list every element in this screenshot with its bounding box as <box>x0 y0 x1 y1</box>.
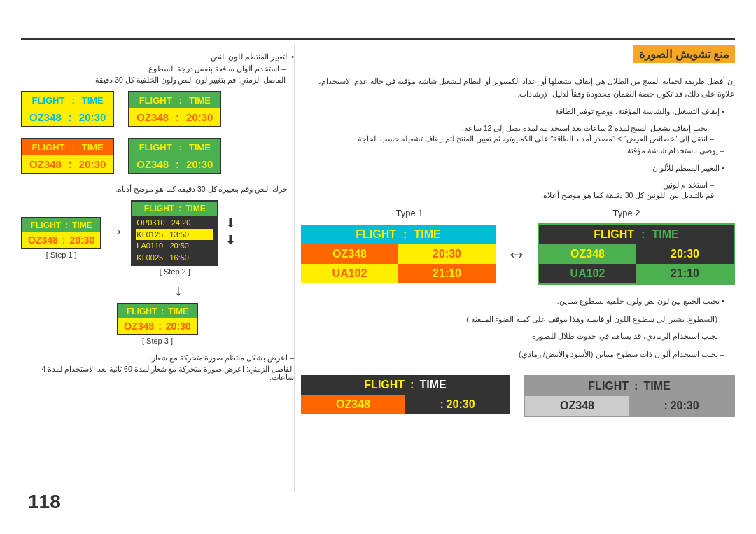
type2-row2-col2: 21:10 <box>636 264 734 283</box>
step3-header: FLIGHT : TIME <box>118 304 196 318</box>
widget-row2-a: FLIGHT : TIME OZ348 : 20:30 <box>21 138 114 174</box>
type2-row1-col2: 20:30 <box>636 244 734 264</box>
widget-row1: FLIGHT : TIME OZ348 : 20:30 FLIGHT : TIM… <box>21 91 294 127</box>
type2-row2-col1: UA102 <box>539 264 636 283</box>
bottom-widgets: FLIGHT : TIME OZ348 : 20:30 FLIGHT : TIM… <box>301 375 735 417</box>
step3-widget: FLIGHT : TIME OZ348 : 20:30 <box>117 303 197 335</box>
color-change-sub2: قم بالتبديل بين اللونين كل 30 دقيقة كما … <box>301 191 735 199</box>
type1-row2-col2: 21:10 <box>398 264 496 283</box>
step1-label: [ Step 1 ] <box>46 251 77 259</box>
arrow-down-center-icon: ↓ <box>63 281 294 300</box>
step1-widget: FLIGHT : TIME OZ348 : 20:30 <box>21 217 102 249</box>
type2-label: Type 2 <box>612 208 640 218</box>
widget-row1-a-header: FLIGHT : TIME <box>22 92 113 108</box>
type1-widget: FLIGHT : TIME OZ348 20:30 UA102 21:10 <box>301 225 496 283</box>
step2-scroll-widget: FLIGHT : TIME OP0310 24:20 KL0125 13:50 … <box>131 200 218 266</box>
bullet2: – يجب إيقاف تشغيل المنتج لمدة 2 ساعات بع… <box>301 124 735 132</box>
avoid-bullet1-sub: (السطوع: يشير إلى سطوع اللون أو قاتمته و… <box>301 314 735 325</box>
top-border <box>21 38 735 40</box>
avoid-bullet1: • تجنب الجمع بين لون نص ولون خلفية بسطوع… <box>301 295 735 308</box>
steps-section: FLIGHT : TIME OZ348 : 20:30 [ Step 1 ] → <box>21 200 294 345</box>
step2: FLIGHT : TIME OP0310 24:20 KL0125 13:50 … <box>131 200 218 276</box>
widget-row2-a-body: OZ348 : 20:30 <box>22 155 113 173</box>
widget-row2-b: FLIGHT : TIME OZ348 : 20:30 <box>128 138 221 174</box>
widget-row1-a-body: OZ348 : 20:30 <box>22 108 113 126</box>
step3: FLIGHT : TIME OZ348 : 20:30 [ Step 3 ] <box>21 303 294 345</box>
bullet3: – انتقل إلى "خصائص العرض" > "مصدر أمداد … <box>301 134 735 143</box>
type1-row1-col1: OZ348 <box>301 244 398 264</box>
note1: • التغيير المنتظم للون النص <box>21 52 294 62</box>
bottom-widget1-header: FLIGHT : TIME <box>301 375 510 395</box>
bottom-widget2: FLIGHT : TIME OZ348 : 20:30 <box>524 375 735 417</box>
bullet4: – يوصى باستخدام شاشة مؤقتة <box>301 145 735 157</box>
steps-row: FLIGHT : TIME OZ348 : 20:30 [ Step 1 ] → <box>21 200 294 276</box>
bottom-widget2-col2: : 20:30 <box>629 396 734 416</box>
step1-body: OZ348 : 20:30 <box>22 232 100 248</box>
type1-label-container: Type 1 <box>301 206 518 219</box>
avoid-bullet3: – تجنب استخدام ألوان ذات سطوح متباين (ال… <box>301 349 735 361</box>
type2-row1-col1: OZ348 <box>539 244 636 264</box>
arrow-down-icon: ⬇ ⬇ <box>225 216 236 248</box>
step3-label: [ Step 3 ] <box>142 337 173 345</box>
type-widgets-row: FLIGHT : TIME OZ348 20:30 UA102 21:10 ↔ … <box>301 223 735 285</box>
step-note: – حرك النص وقم بتغييره كل 30 دقيقة كما ه… <box>21 185 294 193</box>
bullet1: • إيقاف التشغيل، والشاشة المؤقتة، ووضع ت… <box>301 106 735 118</box>
bottom-widget2-col1: OZ348 <box>525 396 629 416</box>
type2-row2: UA102 21:10 <box>539 264 734 283</box>
type2-label-container: Type 2 <box>518 206 735 219</box>
step2-rows: OP0310 24:20 KL0125 13:50 LA0110 20:50 K… <box>132 216 217 265</box>
section-title-container: منع تشويش الصورة <box>301 45 735 70</box>
bottom-notes: – اعرض بشكل منتظم صورة متحركة مع شعار. ا… <box>21 353 294 381</box>
step1-header: FLIGHT : TIME <box>22 218 100 232</box>
left-panel: • التغيير المنتظم للون النص – استخدم ألو… <box>21 45 294 492</box>
step1: FLIGHT : TIME OZ348 : 20:30 [ Step 1 ] <box>21 217 102 259</box>
widget-row2: FLIGHT : TIME OZ348 : 20:30 FLIGHT : TIM… <box>21 138 294 174</box>
color-change-sub1: – استخدام لونين <box>301 181 735 189</box>
type2-row1: OZ348 20:30 <box>539 244 734 264</box>
color-change-bullet: • التغيير المنتظم للألوان <box>301 162 735 175</box>
bottom-widget2-body: OZ348 : 20:30 <box>525 396 734 416</box>
widget-row2-b-body: OZ348 : 20:30 <box>130 155 220 173</box>
avoid-bullet2: – تجنب استخدام الرمادي، قد يساهم في حدوث… <box>301 330 735 343</box>
note2: – استخدم ألوان سافعة بنفس درجة السطوع <box>21 64 294 73</box>
arrow-right-icon: → <box>108 223 124 241</box>
section-title: منع تشويش الصورة <box>634 45 735 63</box>
bottom-widget1-col2: : 20:30 <box>405 395 510 414</box>
type1-row1-col2: 20:30 <box>398 244 496 264</box>
bottom-note1: – اعرض بشكل منتظم صورة متحركة مع شعار. <box>21 353 294 362</box>
widget-row2-b-header: FLIGHT : TIME <box>130 139 220 155</box>
widget-row1-b: FLIGHT : TIME OZ348 : 20:30 <box>128 91 221 127</box>
step3-body: OZ348 : 20:30 <box>118 318 196 334</box>
type2-widget: FLIGHT : TIME OZ348 20:30 UA102 21:10 <box>538 223 735 285</box>
divider-line <box>294 45 295 492</box>
double-arrow-icon: ↔ <box>506 242 527 266</box>
step2-header: FLIGHT : TIME <box>132 202 217 216</box>
type1-row2-col1: UA102 <box>301 264 398 283</box>
type1-label: Type 1 <box>396 208 423 218</box>
widget-row2-a-header: FLIGHT : TIME <box>22 139 113 155</box>
note3: الفاصل الزمني: قم بتغيير لون النص ولون ا… <box>21 76 294 84</box>
bottom-widget1-body: OZ348 : 20:30 <box>301 395 510 414</box>
type1-header: FLIGHT : TIME <box>301 225 496 244</box>
step2-label: [ Step 2 ] <box>160 267 190 276</box>
page-number: 118 <box>28 491 61 513</box>
intro-text: إن أفضل طريقة لحماية المنتج من الظلال هي… <box>301 76 735 100</box>
type1-row2: UA102 21:10 <box>301 264 496 283</box>
widget-row1-b-body: OZ348 : 20:30 <box>130 108 220 126</box>
bottom-note2: الفاصل الزمني: اعرض صورة متحركة مع شعار … <box>21 365 294 381</box>
bottom-widget1: FLIGHT : TIME OZ348 : 20:30 <box>301 375 510 417</box>
bottom-widget1-col1: OZ348 <box>301 395 405 414</box>
right-panel: منع تشويش الصورة إن أفضل طريقة لحماية ال… <box>301 45 735 492</box>
bottom-widget2-header: FLIGHT : TIME <box>525 377 734 396</box>
type-labels: Type 1 Type 2 <box>301 206 735 219</box>
type1-row1: OZ348 20:30 <box>301 244 496 264</box>
widget-row1-b-header: FLIGHT : TIME <box>130 92 220 108</box>
type2-header: FLIGHT : TIME <box>539 225 734 244</box>
widget-row1-a: FLIGHT : TIME OZ348 : 20:30 <box>21 91 114 127</box>
